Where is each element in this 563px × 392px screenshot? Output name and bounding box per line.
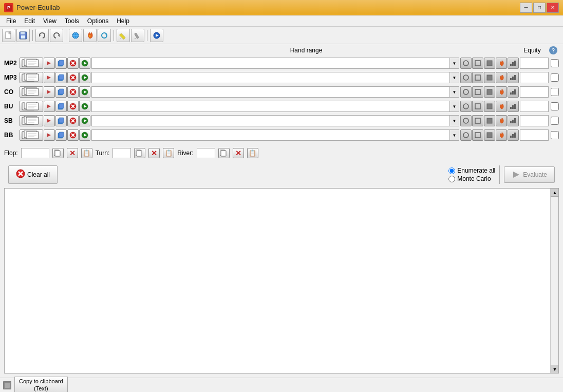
cards-button-sb[interactable]	[20, 115, 43, 126]
copy-button-co[interactable]	[55, 86, 67, 98]
copy-button-bb[interactable]	[55, 129, 67, 141]
copy-to-clipboard-button[interactable]: Copy to clipboard (Text)	[14, 377, 68, 392]
turn-clear-button[interactable]: ✕	[148, 148, 160, 158]
go-button-bb[interactable]	[79, 129, 90, 141]
go-button-co[interactable]	[79, 86, 90, 98]
range-input-sb[interactable]	[92, 116, 449, 126]
scroll-up-button[interactable]: ▲	[551, 189, 559, 197]
scroll-down-button[interactable]: ▼	[551, 365, 559, 373]
fire-shape-sb[interactable]	[496, 115, 507, 126]
range-input-bu[interactable]	[92, 101, 449, 111]
equity-input-sb[interactable]	[520, 115, 549, 126]
range-dropdown-co[interactable]: ▼	[449, 87, 459, 97]
fire-shape-co[interactable]	[496, 86, 507, 98]
equity-checkbox-mp3[interactable]	[551, 73, 559, 82]
range-input-wrap-mp3[interactable]: ▼	[91, 72, 459, 83]
go-button-sb[interactable]	[79, 115, 90, 126]
circle-shape-bb[interactable]	[460, 129, 472, 141]
square-shape-sb[interactable]	[472, 115, 483, 126]
pencil-button[interactable]	[117, 29, 130, 42]
menu-view[interactable]: View	[39, 16, 61, 26]
go-button-bu[interactable]	[79, 101, 90, 112]
filled-square-shape-co[interactable]	[484, 86, 495, 98]
cards-button-bb[interactable]	[20, 129, 43, 141]
bar-chart-shape-co[interactable]	[508, 86, 519, 98]
square-shape-mp2[interactable]	[472, 58, 483, 69]
enumerate-all-radio[interactable]	[448, 167, 455, 174]
arrow-button-bu[interactable]	[44, 101, 55, 112]
range-input-mp3[interactable]	[92, 72, 449, 83]
clear-button-bu[interactable]	[67, 101, 79, 112]
equity-input-bb[interactable]	[520, 129, 549, 141]
clear-button-co[interactable]	[67, 86, 79, 98]
window-controls[interactable]: ─ □ ✕	[520, 3, 559, 13]
range-input-wrap-bu[interactable]: ▼	[91, 101, 459, 112]
maximize-button[interactable]: □	[533, 3, 546, 13]
evaluate-button[interactable]: Evaluate	[504, 166, 555, 183]
filled-square-shape-bb[interactable]	[484, 129, 495, 141]
circle-shape-sb[interactable]	[460, 115, 472, 126]
filled-square-shape-mp2[interactable]	[484, 58, 495, 69]
arrow-button-sb[interactable]	[44, 115, 55, 126]
range-dropdown-mp2[interactable]: ▼	[449, 58, 459, 68]
results-area[interactable]: ▲ ▼	[4, 188, 559, 374]
fire-shape-mp3[interactable]	[496, 72, 507, 83]
copy-button-bu[interactable]	[55, 101, 67, 112]
river-cards-button[interactable]	[218, 148, 230, 158]
arrow-button-mp2[interactable]	[44, 58, 55, 69]
equity-input-co[interactable]	[520, 86, 549, 98]
new-button[interactable]	[2, 29, 15, 42]
pen-button[interactable]	[131, 29, 144, 42]
arrow-button-co[interactable]	[44, 86, 55, 98]
bar-chart-shape-sb[interactable]	[508, 115, 519, 126]
copy-button-mp3[interactable]	[55, 72, 67, 83]
range-dropdown-bu[interactable]: ▼	[449, 101, 459, 111]
redo-button[interactable]	[50, 29, 63, 42]
range-input-wrap-sb[interactable]: ▼	[91, 115, 459, 126]
range-input-wrap-bb[interactable]: ▼	[91, 129, 459, 141]
equity-input-mp3[interactable]	[520, 72, 549, 83]
copy-button-mp2[interactable]	[55, 58, 67, 69]
clear-button-mp2[interactable]	[67, 58, 79, 69]
range-dropdown-mp3[interactable]: ▼	[449, 72, 459, 83]
clear-all-button[interactable]: Clear all	[8, 165, 58, 184]
fire-button[interactable]	[83, 29, 97, 42]
equity-checkbox-bu[interactable]	[551, 102, 559, 110]
cards-button-bu[interactable]	[20, 101, 43, 112]
clear-button-bb[interactable]	[67, 129, 79, 141]
menu-tools[interactable]: Tools	[61, 16, 83, 26]
equity-checkbox-mp2[interactable]	[551, 59, 559, 67]
menu-options[interactable]: Options	[83, 16, 112, 26]
refresh-button[interactable]	[98, 29, 111, 42]
cards-button-co[interactable]	[20, 86, 43, 98]
arrow-button-bb[interactable]	[44, 129, 55, 141]
cards-button-mp3[interactable]	[20, 72, 43, 83]
go-button-mp2[interactable]	[79, 58, 90, 69]
undo-button[interactable]	[35, 29, 49, 42]
range-dropdown-bb[interactable]: ▼	[449, 130, 459, 140]
filled-square-shape-mp3[interactable]	[484, 72, 495, 83]
web-button[interactable]	[69, 29, 82, 42]
bar-chart-shape-mp2[interactable]	[508, 58, 519, 69]
range-input-wrap-mp2[interactable]: ▼	[91, 58, 459, 69]
circle-shape-bu[interactable]	[460, 101, 472, 112]
river-input[interactable]	[197, 148, 215, 158]
close-button[interactable]: ✕	[547, 3, 559, 13]
range-input-co[interactable]	[92, 87, 449, 97]
circle-shape-co[interactable]	[460, 86, 472, 98]
equity-checkbox-sb[interactable]	[551, 117, 559, 125]
arrow-button-mp3[interactable]	[44, 72, 55, 83]
menu-file[interactable]: File	[2, 16, 20, 26]
square-shape-bu[interactable]	[472, 101, 483, 112]
range-input-wrap-co[interactable]: ▼	[91, 86, 459, 98]
range-input-bb[interactable]	[92, 130, 449, 140]
go-button[interactable]	[150, 29, 163, 42]
river-paste-button[interactable]: 📋	[247, 148, 258, 158]
fire-shape-bu[interactable]	[496, 101, 507, 112]
square-shape-co[interactable]	[472, 86, 483, 98]
filled-square-shape-sb[interactable]	[484, 115, 495, 126]
save-button[interactable]	[16, 29, 30, 42]
clear-button-mp3[interactable]	[67, 72, 79, 83]
menu-edit[interactable]: Edit	[20, 16, 39, 26]
menu-help[interactable]: Help	[112, 16, 134, 26]
